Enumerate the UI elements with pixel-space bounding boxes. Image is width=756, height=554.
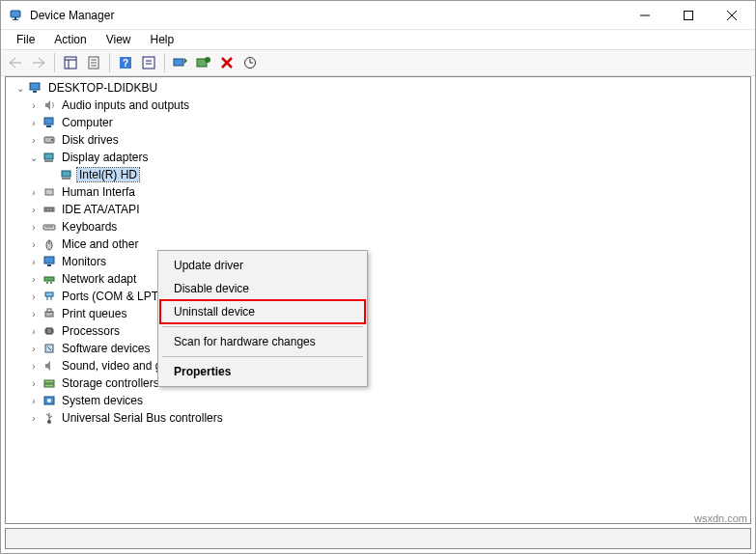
device-tree[interactable]: ⌄ DESKTOP-LDIDKBU ›Audio inputs and outp… [5, 76, 751, 524]
toolbar-separator [54, 53, 55, 72]
scan-hardware-button[interactable] [170, 52, 191, 73]
expand-icon[interactable]: › [27, 378, 41, 389]
tree-label: Network adapt [60, 272, 138, 286]
context-update-driver[interactable]: Update driver [160, 254, 365, 277]
context-properties[interactable]: Properties [160, 360, 365, 383]
tree-device-intel-hd[interactable]: Intel(R) HD [10, 166, 750, 183]
client-area: ⌄ DESKTOP-LDIDKBU ›Audio inputs and outp… [1, 76, 755, 528]
expand-icon[interactable]: › [27, 361, 41, 372]
tree-label: Display adapters [60, 151, 150, 164]
expand-icon[interactable]: › [27, 309, 41, 319]
port-icon [42, 289, 57, 304]
toolbar-separator [109, 53, 110, 72]
tree-category-mice[interactable]: ›Mice and other [10, 235, 750, 253]
expand-icon[interactable]: › [27, 257, 41, 267]
collapse-icon[interactable]: ⌄ [27, 152, 41, 163]
tree-category-printq[interactable]: ›Print queues [10, 305, 750, 322]
menu-action[interactable]: Action [44, 31, 96, 48]
pc-icon [42, 115, 57, 130]
properties-button[interactable] [83, 52, 104, 73]
collapse-icon[interactable]: ⌄ [14, 83, 27, 94]
tree-category-display[interactable]: ⌄Display adapters [10, 149, 750, 166]
context-scan-hardware[interactable]: Scan for hardware changes [160, 330, 365, 353]
minimize-button[interactable] [623, 2, 666, 29]
printer-icon [42, 306, 57, 321]
tree-category-system[interactable]: ›System devices [10, 392, 750, 409]
context-uninstall-device[interactable]: Uninstall device [160, 300, 365, 323]
expand-icon[interactable]: › [27, 396, 41, 406]
tree-label: Storage controllers [60, 376, 161, 390]
menu-help[interactable]: Help [141, 31, 184, 48]
expand-icon[interactable]: › [27, 274, 41, 285]
menu-file[interactable]: File [7, 31, 44, 48]
uninstall-button[interactable] [216, 52, 238, 73]
expand-icon[interactable]: › [27, 118, 41, 128]
tree-label: Computer [60, 116, 115, 129]
show-hidden-button[interactable] [60, 52, 81, 73]
back-button[interactable] [5, 52, 26, 73]
tree-category-storage[interactable]: ›Storage controllers [10, 374, 750, 392]
expand-icon[interactable]: › [27, 187, 41, 198]
tree-category-audio[interactable]: ›Audio inputs and outputs [10, 97, 750, 114]
help-button[interactable]: ? [115, 52, 136, 73]
audio-icon [42, 97, 57, 113]
expand-icon[interactable]: › [27, 291, 41, 302]
expand-icon[interactable]: › [27, 100, 41, 111]
tree-category-computer[interactable]: ›Computer [10, 114, 750, 131]
expand-icon[interactable]: › [27, 326, 41, 337]
expand-icon[interactable]: › [27, 205, 41, 215]
app-icon [9, 8, 24, 23]
add-legacy-button[interactable] [193, 52, 214, 73]
tree-label: Ports (COM & LPT) [60, 290, 164, 303]
tree-label: Print queues [60, 307, 128, 320]
tree-category-keyboards[interactable]: ›Keyboards [10, 218, 750, 235]
tree-category-ports[interactable]: ›Ports (COM & LPT) [10, 288, 750, 305]
tree-category-processors[interactable]: ›Processors [10, 322, 750, 340]
monitor-icon [42, 254, 57, 269]
keyboard-icon [42, 219, 57, 235]
expand-icon[interactable]: › [27, 239, 41, 250]
expand-icon[interactable]: › [27, 413, 41, 424]
storage-icon [42, 375, 57, 391]
svg-rect-42 [44, 257, 54, 263]
tree-category-hid[interactable]: ›Human Interfa [10, 183, 750, 201]
tree-label: Disk drives [60, 133, 121, 147]
network-icon [42, 271, 57, 287]
svg-rect-33 [45, 189, 53, 195]
expand-icon[interactable]: › [27, 135, 41, 146]
tree-category-monitors[interactable]: ›Monitors [10, 253, 750, 270]
tree-category-disk[interactable]: ›Disk drives [10, 131, 750, 149]
system-icon [42, 393, 57, 408]
ide-icon [42, 202, 57, 217]
titlebar: Device Manager [1, 1, 755, 30]
tree-category-softdev[interactable]: ›Software devices [10, 340, 750, 357]
menu-view[interactable]: View [97, 31, 141, 48]
mouse-icon [42, 236, 57, 252]
close-button[interactable] [710, 2, 753, 29]
tree-label: DESKTOP-LDIDKBU [46, 81, 159, 95]
context-disable-device[interactable]: Disable device [160, 277, 365, 300]
tree-category-ide[interactable]: ›IDE ATA/ATAPI [10, 201, 750, 218]
update-driver-button[interactable] [239, 52, 261, 73]
tree-label: Intel(R) HD [77, 168, 139, 181]
tree-root[interactable]: ⌄ DESKTOP-LDIDKBU [10, 79, 750, 97]
svg-rect-59 [44, 380, 54, 383]
maximize-button[interactable] [666, 2, 710, 29]
svg-rect-32 [62, 178, 70, 180]
expand-icon[interactable]: › [27, 222, 41, 233]
action-button[interactable] [138, 52, 159, 73]
svg-rect-52 [46, 328, 52, 334]
svg-rect-31 [62, 171, 70, 177]
tree-category-sound[interactable]: ›Sound, video and game controllers [10, 357, 750, 374]
tree-category-usb[interactable]: ›Universal Serial Bus controllers [10, 409, 750, 427]
svg-point-46 [50, 282, 52, 284]
software-icon [42, 341, 57, 356]
svg-rect-30 [44, 160, 53, 162]
expand-icon[interactable]: › [27, 344, 41, 354]
tree-label: Processors [60, 324, 122, 338]
svg-rect-24 [33, 91, 37, 93]
forward-button[interactable] [28, 52, 49, 73]
sound-icon [42, 358, 57, 374]
tree-category-network[interactable]: ›Network adapt [10, 270, 750, 288]
svg-point-62 [47, 399, 51, 402]
